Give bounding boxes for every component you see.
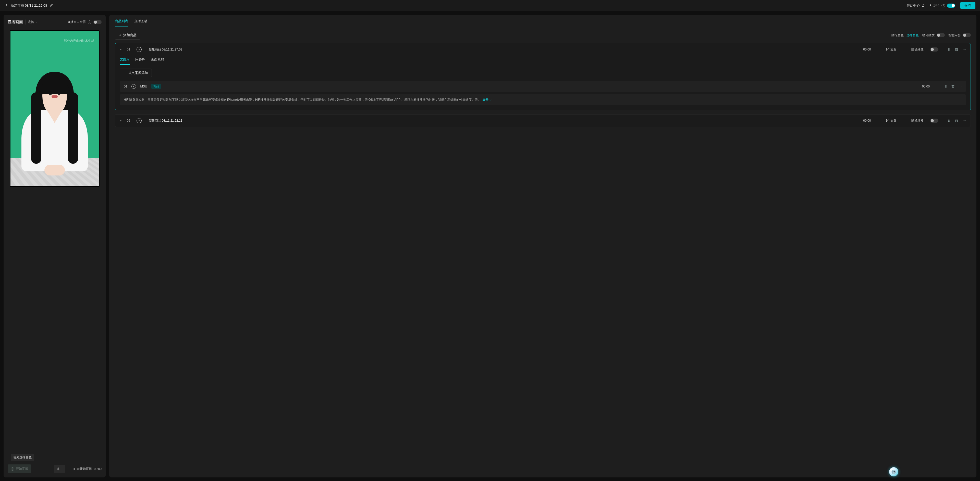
plus-icon — [119, 34, 122, 37]
more-icon[interactable] — [963, 119, 966, 122]
edit-title-icon[interactable] — [49, 3, 53, 8]
script-title: M3U — [140, 84, 147, 88]
svg-point-34 — [948, 121, 948, 122]
caret-icon — [120, 119, 122, 123]
script-text: HiFi随身播放器，只要音质好就足够了吗？对我这样舍不得花钱买安卓备机的iPho… — [120, 94, 966, 105]
script-tag: 商品 — [151, 84, 161, 89]
svg-point-38 — [965, 121, 966, 121]
script-row[interactable]: 01 M3U 商品 00:00 — [120, 81, 966, 92]
product-play-button[interactable] — [137, 47, 142, 52]
svg-marker-29 — [139, 120, 140, 121]
loop-label: 循环播放 — [922, 33, 935, 38]
delete-icon[interactable] — [951, 85, 955, 88]
svg-point-24 — [946, 87, 947, 87]
svg-point-7 — [948, 48, 948, 49]
svg-marker-6 — [139, 49, 140, 50]
preview-panel: 直播画面 流畅 直播窗口全屏 ? 部分内容由AI技术生成 — [3, 15, 106, 478]
page-title: 新建直播 08/11 21:29:08 — [11, 3, 47, 8]
svg-point-22 — [946, 86, 947, 87]
product-header[interactable]: 01 新建商品 08/11 21:27:03 00:00 1个文案 随机播放 — [115, 43, 970, 56]
delete-icon[interactable] — [955, 119, 958, 122]
product-index: 01 — [127, 48, 132, 51]
tab-products[interactable]: 商品列表 — [115, 19, 128, 27]
video-canvas[interactable]: 部分内容由AI技术生成 — [10, 30, 100, 187]
play-circle-icon — [11, 467, 14, 471]
sub-tab-assets[interactable]: 画面素材 — [151, 57, 164, 65]
product-header[interactable]: 02 新建商品 08/11 21:22:11 00:00 1个文案 随机播放 — [115, 114, 970, 127]
random-toggle[interactable] — [930, 119, 939, 123]
sub-tab-qa[interactable]: 问答库 — [135, 57, 145, 65]
sub-tab-scripts[interactable]: 文案库 — [120, 57, 130, 65]
product-count: 1个文案 — [886, 48, 897, 52]
qa-toggle[interactable] — [963, 33, 971, 37]
script-index: 01 — [124, 84, 127, 88]
svg-rect-2 — [58, 467, 59, 469]
svg-point-9 — [948, 49, 948, 50]
svg-point-21 — [945, 86, 945, 87]
svg-point-11 — [948, 50, 948, 51]
tab-interaction[interactable]: 直播互动 — [134, 19, 148, 27]
assistant-bubble[interactable] — [889, 467, 898, 476]
svg-marker-5 — [121, 49, 121, 50]
save-button[interactable]: 保 存 — [960, 2, 975, 9]
voice-label: 播报音色: — [891, 33, 904, 38]
svg-point-35 — [949, 121, 950, 122]
chevron-down-icon — [489, 99, 492, 101]
quality-select[interactable]: 流畅 — [25, 19, 40, 25]
svg-point-32 — [948, 121, 948, 121]
svg-marker-18 — [134, 86, 135, 87]
script-time: 00:00 — [922, 85, 930, 88]
watermark-label: AI 水印 — [929, 3, 939, 8]
product-play-button[interactable] — [137, 118, 142, 123]
back-icon[interactable] — [5, 3, 8, 8]
status-time: 00:00 — [94, 467, 102, 471]
delete-icon[interactable] — [955, 48, 958, 51]
product-count: 1个文案 — [886, 119, 897, 123]
avatar-figure — [19, 72, 90, 174]
fullscreen-help-icon[interactable]: ? — [88, 21, 91, 24]
start-live-button[interactable]: 开始直播 — [8, 464, 31, 473]
add-product-button[interactable]: 添加商品 — [115, 31, 140, 40]
svg-point-10 — [949, 49, 950, 50]
script-play-button[interactable] — [131, 84, 136, 89]
loop-toggle[interactable] — [937, 33, 945, 37]
svg-point-8 — [949, 48, 950, 49]
add-from-library-button[interactable]: 从文案库添加 — [120, 68, 152, 77]
product-title: 新建商品 08/11 21:27:03 — [149, 48, 182, 52]
help-link[interactable]: 帮助中心 — [907, 3, 924, 8]
svg-point-20 — [946, 85, 947, 86]
svg-point-13 — [963, 49, 963, 50]
product-title: 新建商品 08/11 21:22:11 — [149, 119, 182, 123]
svg-marker-28 — [121, 120, 121, 121]
status-dot — [73, 468, 75, 470]
mic-button[interactable] — [54, 465, 65, 473]
random-toggle[interactable] — [930, 48, 939, 51]
voice-select-link[interactable]: 选择音色 — [907, 33, 919, 38]
topbar: 新建直播 08/11 21:29:08 帮助中心 AI 水印 ? 保 存 — [0, 0, 980, 11]
status-label: 未开始直播 — [76, 467, 92, 471]
svg-point-27 — [961, 86, 961, 86]
more-icon[interactable] — [958, 85, 962, 88]
watermark-toggle[interactable] — [947, 3, 955, 8]
svg-point-23 — [945, 87, 945, 87]
svg-point-19 — [945, 85, 945, 86]
expand-link[interactable]: 展开 — [482, 98, 492, 102]
drag-handle-icon[interactable] — [947, 48, 951, 51]
product-index: 02 — [127, 119, 132, 122]
more-icon[interactable] — [963, 48, 966, 51]
fullscreen-label: 直播窗口全屏 — [67, 20, 86, 24]
svg-point-37 — [964, 121, 964, 121]
watermark-help-icon[interactable]: ? — [942, 4, 945, 7]
svg-marker-1 — [12, 468, 13, 470]
qa-label: 智能问答 — [948, 33, 961, 38]
svg-point-15 — [965, 49, 966, 50]
fullscreen-toggle[interactable] — [94, 20, 102, 24]
svg-point-12 — [949, 50, 950, 51]
svg-point-25 — [959, 86, 959, 86]
drag-handle-icon[interactable] — [947, 119, 951, 122]
sub-tabs: 文案库 问答库 画面素材 — [120, 56, 966, 65]
product-time: 00:00 — [863, 48, 871, 51]
drag-handle-icon[interactable] — [944, 85, 948, 88]
chevron-up-icon — [61, 468, 63, 470]
svg-point-31 — [949, 120, 950, 120]
